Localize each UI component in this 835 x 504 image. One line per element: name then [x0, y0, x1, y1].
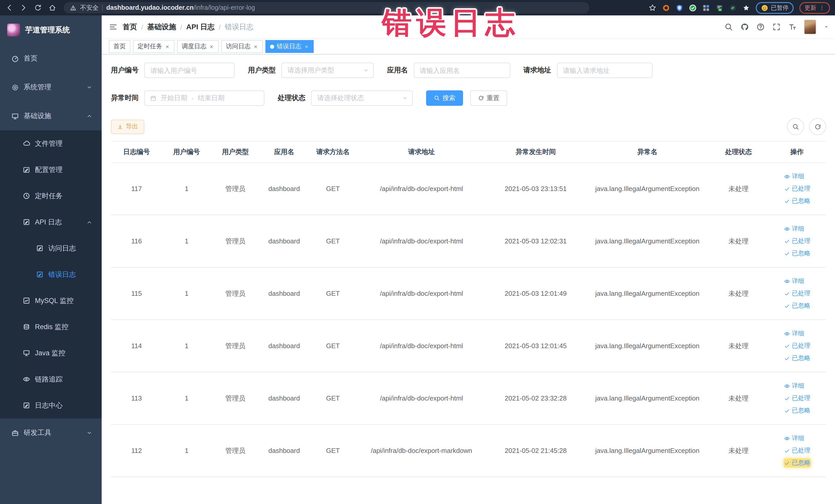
- edit-icon: [23, 166, 30, 174]
- sidebar-item[interactable]: API 日志: [0, 209, 102, 235]
- search-button[interactable]: 搜索: [426, 90, 463, 106]
- column-header: 用户编号: [162, 141, 211, 163]
- app-name-input[interactable]: [413, 63, 510, 78]
- user-type-select[interactable]: 请选择用户类型: [281, 63, 374, 78]
- tags-view-tab[interactable]: 首页: [109, 40, 130, 53]
- sidebar-item[interactable]: 链路追踪: [0, 366, 102, 392]
- action-detail[interactable]: 详细: [784, 434, 804, 443]
- reset-button[interactable]: 重置: [470, 90, 507, 106]
- tags-view-tab[interactable]: 访问日志: [221, 40, 263, 53]
- action-ignored[interactable]: 已忽略: [784, 459, 810, 467]
- action-detail[interactable]: 详细: [784, 172, 804, 181]
- browser-back-icon[interactable]: [5, 4, 13, 12]
- date-range-picker[interactable]: 开始日期 - 结束日期: [144, 90, 264, 106]
- browser-reload-icon[interactable]: [34, 4, 42, 12]
- action-detail[interactable]: 详细: [784, 224, 804, 233]
- user-id-input[interactable]: [144, 63, 235, 78]
- sidebar-item[interactable]: 首页: [0, 44, 102, 73]
- action-detail[interactable]: 详细: [784, 277, 804, 285]
- tags-view-tab-active[interactable]: 错误日志: [265, 40, 314, 53]
- close-icon[interactable]: [165, 44, 170, 49]
- action-detail[interactable]: 详细: [784, 329, 804, 338]
- extension-leaf-icon[interactable]: [729, 4, 736, 12]
- reset-button-label: 重置: [487, 94, 500, 102]
- action-processed[interactable]: 已处理: [784, 394, 810, 403]
- tab-label: 错误日志: [277, 42, 301, 51]
- chevron-down-icon: [86, 84, 93, 90]
- action-ignored[interactable]: 已忽略: [784, 354, 810, 363]
- action-processed[interactable]: 已处理: [784, 446, 810, 455]
- close-icon[interactable]: [253, 44, 258, 49]
- action-processed[interactable]: 已处理: [784, 341, 810, 350]
- sidebar-item[interactable]: 配置管理: [0, 157, 102, 183]
- extension-check-icon[interactable]: [689, 4, 696, 12]
- sidebar-item[interactable]: 访问日志: [0, 235, 102, 261]
- request-url-input[interactable]: [557, 63, 652, 78]
- cell-user-id: 1: [162, 372, 211, 424]
- action-detail[interactable]: 详细: [784, 382, 804, 390]
- user-avatar[interactable]: [804, 20, 816, 35]
- cell-user-type: 管理员: [211, 215, 260, 267]
- address-bar[interactable]: 不安全 dashboard.yudao.iocoder.cn/infra/log…: [64, 2, 589, 13]
- action-processed[interactable]: 已处理: [784, 289, 810, 298]
- view-icon: [784, 383, 790, 389]
- breadcrumb-item: 错误日志: [225, 22, 253, 32]
- action-ignored[interactable]: 已忽略: [784, 301, 810, 310]
- update-badge[interactable]: 更新: [799, 2, 830, 14]
- browser-forward-icon[interactable]: [20, 4, 28, 12]
- process-status-select[interactable]: 请选择处理状态: [311, 90, 413, 106]
- breadcrumb-item[interactable]: 基础设施: [147, 22, 176, 32]
- export-button[interactable]: 导出: [111, 119, 144, 134]
- extension-onoff-icon[interactable]: on: [715, 4, 723, 12]
- end-date-placeholder: 结束日期: [198, 94, 225, 103]
- user-menu-caret-icon[interactable]: [823, 24, 829, 30]
- collapse-sidebar-icon[interactable]: [109, 23, 118, 31]
- bookmark-star-icon[interactable]: [648, 4, 656, 12]
- column-header: 请求方法名: [308, 141, 357, 163]
- close-icon[interactable]: [304, 44, 309, 49]
- extension-grid-icon[interactable]: [702, 4, 710, 12]
- close-icon[interactable]: [209, 44, 214, 49]
- breadcrumb-item[interactable]: 首页: [123, 22, 137, 32]
- tab-label: 定时任务: [138, 42, 162, 51]
- action-ignored[interactable]: 已忽略: [784, 406, 810, 415]
- chevron-down-icon: [86, 430, 93, 436]
- font-size-icon[interactable]: [788, 23, 797, 31]
- breadcrumb-item[interactable]: API 日志: [186, 22, 215, 32]
- action-label: 已忽略: [792, 197, 810, 205]
- cell-method: GET: [308, 267, 357, 320]
- sidebar-item[interactable]: 定时任务: [0, 183, 102, 209]
- sidebar-item[interactable]: 研发工具: [0, 419, 102, 447]
- sidebar-item[interactable]: 文件管理: [0, 130, 102, 157]
- column-header: 异常发生时间: [486, 141, 586, 163]
- browser-home-icon[interactable]: [48, 4, 57, 12]
- sidebar-item[interactable]: 基础设施: [0, 102, 102, 130]
- action-ignored[interactable]: 已忽略: [784, 197, 810, 205]
- cell-url: /api/infra/db-doc/export-html: [357, 163, 486, 215]
- sidebar-item-active[interactable]: 错误日志: [0, 261, 102, 287]
- sidebar-item[interactable]: MySQL 监控: [0, 287, 102, 314]
- tags-view-tab[interactable]: 调度日志: [177, 40, 219, 53]
- github-icon[interactable]: [740, 23, 749, 31]
- refresh-table-button[interactable]: [809, 118, 826, 135]
- action-label: 已忽略: [792, 406, 810, 415]
- extension-star-icon[interactable]: [742, 4, 750, 12]
- sidebar-item[interactable]: Redis 监控: [0, 314, 102, 340]
- action-ignored[interactable]: 已忽略: [784, 249, 810, 258]
- header-search-icon[interactable]: [725, 23, 733, 31]
- action-processed[interactable]: 已处理: [784, 184, 810, 193]
- fullscreen-icon[interactable]: [772, 23, 781, 31]
- extension-shield-icon[interactable]: [675, 4, 683, 12]
- toggle-search-button[interactable]: [787, 118, 804, 135]
- sidebar-item[interactable]: 系统管理: [0, 73, 102, 102]
- sidebar-item-label: Java 监控: [35, 348, 65, 358]
- paused-badge[interactable]: 已暂停: [755, 2, 794, 14]
- view-icon: [784, 330, 790, 337]
- action-processed[interactable]: 已处理: [784, 237, 810, 245]
- app-logo[interactable]: 芋道管理系统: [0, 19, 102, 41]
- extension-orange-icon[interactable]: [662, 4, 670, 12]
- tags-view-tab[interactable]: 定时任务: [133, 40, 175, 53]
- sidebar-item[interactable]: 日志中心: [0, 392, 102, 419]
- help-icon[interactable]: [756, 23, 765, 31]
- sidebar-item[interactable]: Java 监控: [0, 340, 102, 366]
